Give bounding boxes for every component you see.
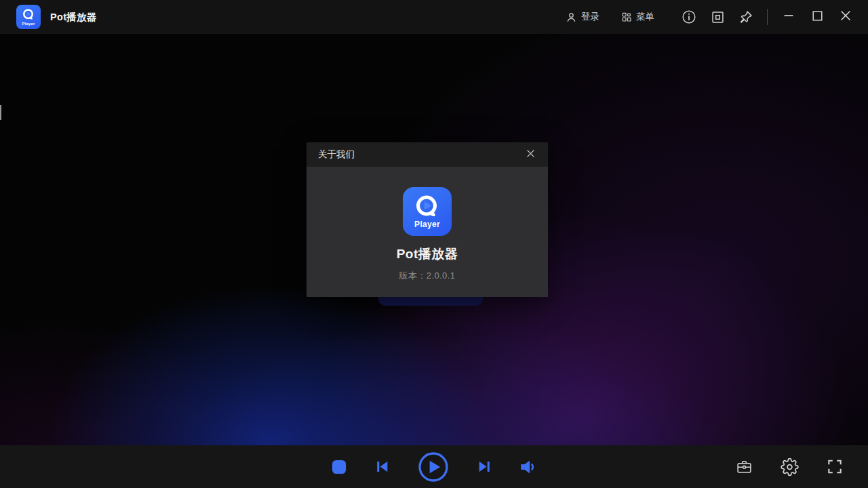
titlebar-actions: 登录 菜单 xyxy=(566,8,860,26)
next-button[interactable] xyxy=(477,460,493,474)
about-app-name: Pot播放器 xyxy=(397,245,458,263)
grid-menu-icon xyxy=(621,12,632,22)
app-title: Pot播放器 xyxy=(50,11,97,24)
stop-icon xyxy=(332,459,347,474)
mini-player-icon xyxy=(711,10,725,24)
close-icon xyxy=(838,8,853,26)
minimize-icon xyxy=(781,8,796,26)
playback-control-bar xyxy=(0,445,868,488)
about-dialog-header[interactable]: 关于我们 xyxy=(307,142,548,167)
titlebar[interactable]: Player Pot播放器 登录 xyxy=(0,0,868,34)
maximize-icon xyxy=(810,9,825,26)
obscured-background-button xyxy=(378,297,483,306)
volume-button[interactable] xyxy=(520,459,537,474)
login-label: 登录 xyxy=(581,11,599,23)
player-logo: Player xyxy=(16,5,41,29)
close-window-button[interactable] xyxy=(837,8,854,26)
user-icon xyxy=(566,12,577,23)
stop-button[interactable] xyxy=(332,459,347,474)
info-icon xyxy=(682,9,696,24)
play-bubble-icon xyxy=(21,8,36,21)
dialog-title: 关于我们 xyxy=(318,148,355,161)
video-area[interactable]: 关于我们 Playe xyxy=(0,34,868,445)
about-version-text: 版本：2.0.0.1 xyxy=(399,270,456,282)
close-icon xyxy=(525,148,536,162)
play-button[interactable] xyxy=(418,451,450,483)
menu-button[interactable]: 菜单 xyxy=(621,11,654,23)
window-controls-divider xyxy=(767,9,768,25)
menu-label: 菜单 xyxy=(636,11,654,23)
previous-icon xyxy=(374,460,391,474)
logo-wordmark: Player xyxy=(414,220,440,231)
app-logo-small: Player xyxy=(16,5,41,29)
play-bubble-icon xyxy=(412,195,442,220)
info-button[interactable] xyxy=(680,8,698,26)
playback-controls xyxy=(332,451,537,483)
minimize-button[interactable] xyxy=(780,8,797,26)
mini-player-button[interactable] xyxy=(709,8,726,26)
fullscreen-icon xyxy=(826,458,844,476)
app-window: Player Pot播放器 登录 xyxy=(0,0,868,488)
pin-icon xyxy=(738,9,753,24)
maximize-button[interactable] xyxy=(808,8,826,26)
about-dialog-body: Player Pot播放器 版本：2.0.0.1 xyxy=(307,167,548,297)
fullscreen-button[interactable] xyxy=(826,458,844,476)
toolbox-icon xyxy=(735,458,753,475)
settings-button[interactable] xyxy=(781,458,799,476)
previous-button[interactable] xyxy=(374,460,391,474)
toolbox-button[interactable] xyxy=(735,458,753,475)
pin-button[interactable] xyxy=(737,8,755,26)
about-dialog: 关于我们 Playe xyxy=(307,142,548,297)
player-logo-large: Player xyxy=(403,187,452,236)
dialog-close-button[interactable] xyxy=(523,147,538,162)
volume-icon xyxy=(520,459,537,474)
settings-gear-icon xyxy=(781,458,799,476)
logo-wordmark: Player xyxy=(22,21,35,26)
next-icon xyxy=(477,460,493,474)
login-button[interactable]: 登录 xyxy=(566,11,599,23)
background-artifact xyxy=(0,105,1,120)
play-icon xyxy=(418,451,450,483)
utility-controls xyxy=(735,458,844,476)
